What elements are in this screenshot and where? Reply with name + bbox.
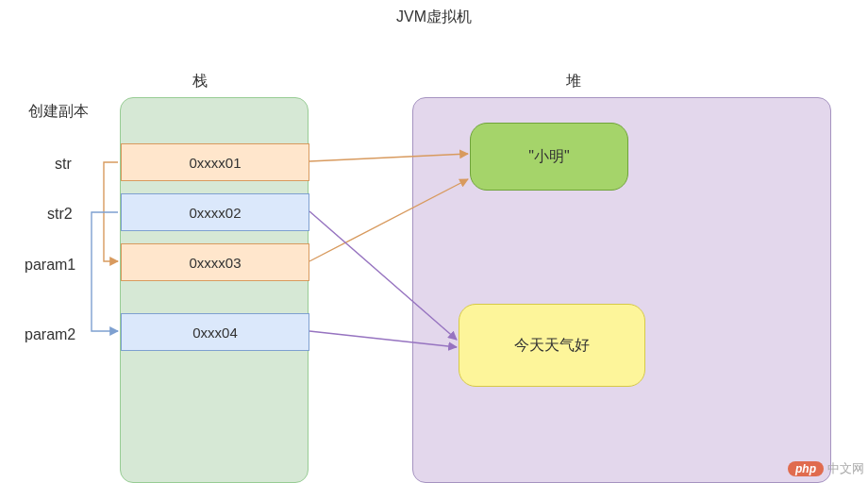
var-label-param1: param1	[25, 257, 75, 274]
heap-region: "小明" 今天天气好	[412, 97, 831, 483]
watermark-logo: php	[788, 461, 824, 476]
stack-cell-2: 0xxxx02	[121, 193, 309, 231]
arrow-str-to-param1	[104, 162, 118, 261]
copy-label: 创建副本	[28, 102, 89, 122]
stack-cell-1: 0xxxx01	[121, 143, 309, 181]
watermark-text: 中文网	[827, 460, 864, 477]
arrow-str2-to-param2	[92, 212, 118, 331]
watermark: php 中文网	[788, 460, 864, 477]
heap-object-2: 今天天气好	[459, 304, 645, 387]
stack-region: 0xxxx01 0xxxx02 0xxxx03 0xxx04	[120, 97, 309, 483]
heap-title: 堆	[566, 72, 581, 92]
var-label-str: str	[55, 156, 72, 173]
stack-cell-3: 0xxxx03	[121, 243, 309, 281]
var-label-str2: str2	[47, 206, 73, 223]
stack-cell-4: 0xxx04	[121, 313, 309, 351]
var-label-param2: param2	[25, 326, 75, 343]
heap-object-1: "小明"	[470, 123, 628, 191]
stack-title: 栈	[192, 72, 208, 92]
page-title: JVM虚拟机	[0, 8, 868, 27]
